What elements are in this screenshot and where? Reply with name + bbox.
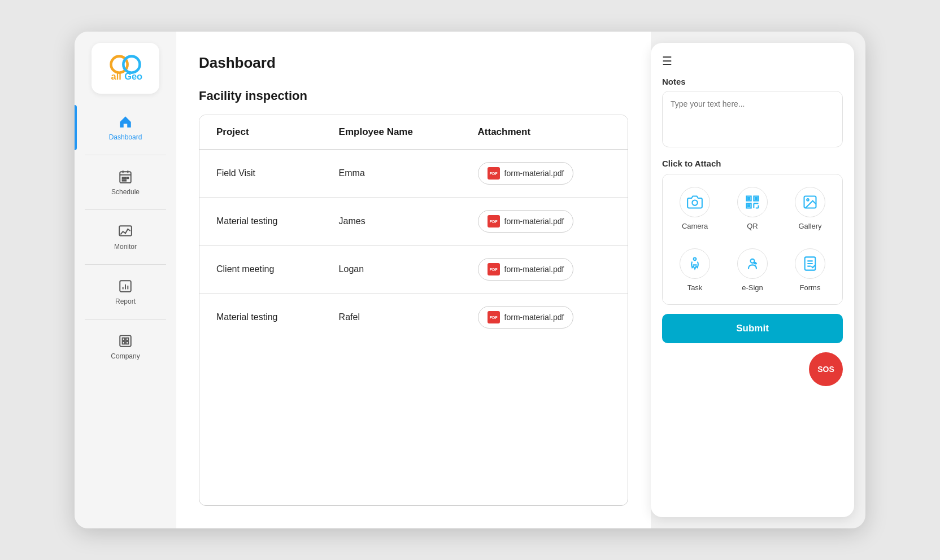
sidebar-item-label-dashboard: Dashboard	[109, 133, 142, 141]
attach-esign[interactable]: e-Sign	[726, 242, 779, 299]
svg-point-36	[694, 258, 697, 261]
attach-label: Click to Attach	[662, 159, 843, 168]
esign-icon	[737, 248, 768, 279]
svg-point-23	[692, 200, 697, 205]
sos-button[interactable]: SOS	[809, 352, 843, 386]
cell-project: Field Visit	[199, 150, 322, 198]
hamburger-icon[interactable]: ☰	[662, 54, 672, 68]
data-table: Project Employee Name Attachment Field V…	[199, 115, 628, 506]
task-icon	[680, 248, 710, 279]
nav-divider-4	[85, 319, 166, 320]
table-header-row: Project Employee Name Attachment	[199, 115, 628, 150]
attach-task[interactable]: Task	[668, 242, 721, 299]
cell-project: Material testing	[199, 294, 322, 342]
right-panel: ☰ Notes Click to Attach Camera	[651, 43, 854, 517]
svg-text:Geo: Geo	[124, 71, 142, 81]
sidebar-item-report[interactable]: Report	[75, 269, 176, 314]
qr-label: QR	[747, 222, 758, 230]
page-title: Dashboard	[199, 54, 628, 72]
table-row: Client meeting Logan PDF form-material.p…	[199, 246, 628, 294]
task-label: Task	[687, 283, 703, 292]
attach-gallery[interactable]: Gallery	[784, 180, 837, 237]
cell-attachment: PDF form-material.pdf	[461, 150, 628, 198]
nav-divider-2	[85, 209, 166, 210]
sidebar-item-schedule[interactable]: Schedule	[75, 160, 176, 205]
attach-qr[interactable]: QR	[726, 180, 779, 237]
sidebar-item-label-monitor: Monitor	[114, 243, 137, 251]
qr-icon	[737, 187, 768, 217]
attach-camera[interactable]: Camera	[668, 180, 721, 237]
esign-label: e-Sign	[742, 283, 763, 292]
cell-employee: Emma	[322, 150, 461, 198]
cell-employee: James	[322, 198, 461, 246]
svg-rect-12	[125, 180, 126, 181]
company-icon	[118, 333, 133, 349]
main-content: Dashboard Facility inspection Project Em…	[176, 32, 651, 528]
sidebar-item-dashboard[interactable]: Dashboard	[75, 105, 176, 150]
svg-rect-27	[748, 198, 750, 200]
svg-rect-22	[126, 342, 128, 344]
attachment-filename: form-material.pdf	[504, 217, 564, 226]
section-title: Facility inspection	[199, 89, 628, 103]
forms-label: Forms	[800, 283, 821, 292]
attachment-filename: form-material.pdf	[504, 169, 564, 178]
schedule-icon	[118, 169, 133, 185]
cell-employee: Logan	[322, 246, 461, 294]
sidebar-item-company[interactable]: Company	[75, 324, 176, 369]
attachment-filename: form-material.pdf	[504, 265, 564, 274]
submit-button[interactable]: Submit	[662, 314, 843, 343]
forms-icon	[795, 248, 825, 279]
report-icon	[118, 278, 133, 294]
nav-items: Dashboard	[75, 105, 176, 369]
col-header-attachment: Attachment	[461, 115, 628, 150]
svg-rect-19	[123, 338, 125, 340]
facility-table: Project Employee Name Attachment Field V…	[199, 115, 628, 341]
svg-rect-28	[755, 198, 758, 200]
cell-project: Client meeting	[199, 246, 322, 294]
notes-label: Notes	[662, 77, 843, 86]
pdf-icon: PDF	[488, 311, 500, 323]
svg-rect-20	[126, 338, 128, 340]
notes-textarea[interactable]	[662, 91, 843, 147]
attach-section: Click to Attach Camera	[662, 159, 843, 305]
table-row: Field Visit Emma PDF form-material.pdf	[199, 150, 628, 198]
attach-grid: Camera	[662, 174, 843, 305]
svg-rect-10	[127, 177, 128, 178]
svg-point-1	[123, 56, 140, 73]
notes-section: Notes	[662, 77, 843, 150]
svg-rect-8	[123, 177, 124, 178]
sidebar-item-monitor[interactable]: Monitor	[75, 215, 176, 260]
cell-attachment: PDF form-material.pdf	[461, 198, 628, 246]
cell-employee: Rafel	[322, 294, 461, 342]
home-icon	[118, 114, 133, 130]
pdf-icon: PDF	[488, 263, 500, 275]
attach-forms[interactable]: Forms	[784, 242, 837, 299]
sidebar: all Geo Dashboard	[75, 32, 176, 528]
svg-rect-18	[120, 335, 131, 347]
col-header-project: Project	[199, 115, 322, 150]
camera-icon	[680, 187, 710, 217]
gallery-icon	[795, 187, 825, 217]
svg-text:all: all	[111, 71, 121, 81]
attachment-badge[interactable]: PDF form-material.pdf	[478, 210, 574, 233]
cell-project: Material testing	[199, 198, 322, 246]
col-header-employee: Employee Name	[322, 115, 461, 150]
attachment-badge[interactable]: PDF form-material.pdf	[478, 162, 574, 185]
svg-point-35	[807, 199, 809, 201]
sidebar-item-label-schedule: Schedule	[111, 188, 140, 196]
cell-attachment: PDF form-material.pdf	[461, 246, 628, 294]
nav-divider-1	[85, 155, 166, 155]
attachment-badge[interactable]: PDF form-material.pdf	[478, 258, 574, 281]
svg-rect-29	[748, 205, 750, 207]
table-row: Material testing James PDF form-material…	[199, 198, 628, 246]
pdf-icon: PDF	[488, 215, 500, 228]
attachment-filename: form-material.pdf	[504, 313, 564, 322]
table-row: Material testing Rafel PDF form-material…	[199, 294, 628, 342]
gallery-label: Gallery	[798, 222, 821, 230]
camera-label: Camera	[682, 222, 708, 230]
sidebar-item-label-report: Report	[115, 298, 136, 305]
attachment-badge[interactable]: PDF form-material.pdf	[478, 306, 574, 329]
nav-divider-3	[85, 264, 166, 265]
svg-rect-9	[125, 177, 126, 178]
sidebar-item-label-company: Company	[111, 352, 140, 360]
